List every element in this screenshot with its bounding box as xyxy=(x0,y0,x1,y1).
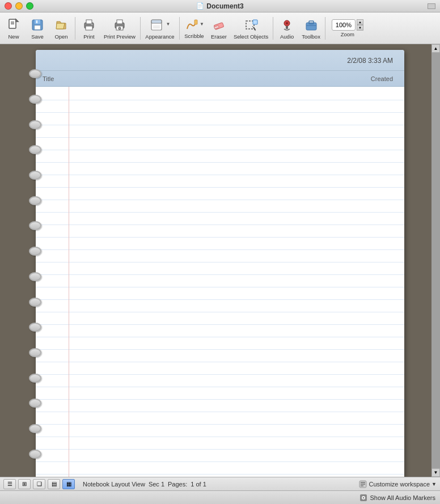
line-row[interactable] xyxy=(36,262,404,275)
bottom-bar: Show All Audio Markers xyxy=(0,490,440,504)
line-row[interactable] xyxy=(36,325,404,337)
line-row[interactable] xyxy=(36,125,404,138)
view-button-4[interactable]: ▤ xyxy=(48,479,60,489)
print-preview-button[interactable]: Print Preview xyxy=(101,14,138,43)
svg-rect-10 xyxy=(86,26,92,30)
view-button-2[interactable]: ⊞ xyxy=(18,479,31,489)
svg-marker-3 xyxy=(16,19,18,22)
view-button-1[interactable]: ☰ xyxy=(3,479,16,489)
line-row[interactable] xyxy=(36,300,404,312)
minimize-button[interactable] xyxy=(15,2,23,10)
eraser-icon xyxy=(211,17,227,33)
ring xyxy=(29,95,41,104)
appearance-label: Appearance xyxy=(145,33,174,40)
line-row[interactable] xyxy=(36,113,404,125)
scroll-up-button[interactable]: ▲ xyxy=(431,44,440,53)
toolbox-icon xyxy=(303,17,319,33)
scroll-thumb[interactable] xyxy=(431,53,440,468)
new-button[interactable]: New xyxy=(2,14,25,43)
maximize-button[interactable] xyxy=(26,2,33,10)
line-row[interactable] xyxy=(36,200,404,213)
customize-button[interactable]: Customize workspace ▼ xyxy=(359,480,437,488)
notebook-header: 2/2/08 3:33 AM Title Created xyxy=(36,50,404,87)
separator-5 xyxy=(325,17,325,40)
select-objects-button[interactable]: Select Objects xyxy=(231,14,270,43)
ring xyxy=(29,69,41,78)
ring xyxy=(29,348,41,357)
line-row[interactable] xyxy=(36,425,404,437)
svg-rect-35 xyxy=(361,484,365,485)
document-icon: 📄 xyxy=(196,2,204,10)
show-audio-markers-label[interactable]: Show All Audio Markers xyxy=(370,494,435,501)
toolbox-label: Toolbox xyxy=(302,33,320,40)
ring xyxy=(29,450,41,459)
zoom-up-button[interactable]: ▲ xyxy=(357,19,363,25)
view-button-3[interactable]: ❑ xyxy=(33,479,45,489)
toolbox-button[interactable]: Toolbox xyxy=(299,14,323,43)
scribble-button[interactable]: ▼ Scribble xyxy=(182,14,206,43)
line-row[interactable] xyxy=(36,387,404,400)
line-row[interactable] xyxy=(36,412,404,425)
main-area: 2/2/08 3:33 AM Title Created xyxy=(0,44,440,477)
section-label: Sec 1 xyxy=(149,481,164,488)
save-button[interactable]: Save xyxy=(26,14,49,43)
line-row[interactable] xyxy=(36,138,404,150)
save-label: Save xyxy=(31,33,44,40)
svg-rect-9 xyxy=(86,20,92,24)
close-button[interactable] xyxy=(5,2,12,10)
svg-rect-34 xyxy=(361,482,365,483)
resize-button[interactable] xyxy=(428,3,435,9)
line-row[interactable] xyxy=(36,150,404,163)
line-row[interactable] xyxy=(36,275,404,287)
col-created: Created xyxy=(371,75,404,82)
line-row[interactable] xyxy=(36,462,404,475)
ring xyxy=(29,196,41,205)
view-button-5[interactable]: ▦ xyxy=(62,479,75,489)
svg-rect-29 xyxy=(286,26,288,29)
zoom-down-button[interactable]: ▼ xyxy=(357,25,363,31)
ring xyxy=(29,145,41,154)
print-preview-icon xyxy=(112,17,128,33)
line-row[interactable] xyxy=(36,337,404,350)
line-row[interactable] xyxy=(36,175,404,188)
audio-button[interactable]: Audio xyxy=(276,14,298,43)
line-row[interactable] xyxy=(36,88,404,100)
open-button[interactable]: Open xyxy=(50,14,73,43)
line-row[interactable] xyxy=(36,188,404,200)
line-row[interactable] xyxy=(36,362,404,375)
zoom-input[interactable] xyxy=(332,19,356,31)
line-row[interactable] xyxy=(36,250,404,262)
line-row[interactable] xyxy=(36,100,404,113)
line-row[interactable] xyxy=(36,213,404,225)
audio-marker-icon xyxy=(359,494,367,502)
line-row[interactable] xyxy=(36,350,404,362)
new-icon xyxy=(6,17,22,33)
line-row[interactable] xyxy=(36,225,404,238)
line-row[interactable] xyxy=(36,375,404,387)
line-row[interactable] xyxy=(36,450,404,462)
scrollbar[interactable]: ▲ ▼ xyxy=(431,44,440,477)
svg-rect-13 xyxy=(117,20,122,24)
print-button[interactable]: Print xyxy=(78,14,100,43)
zoom-control-container: ▲ ▼ Zoom xyxy=(328,14,367,43)
select-objects-label: Select Objects xyxy=(234,33,268,40)
line-row[interactable] xyxy=(36,163,404,175)
line-row[interactable] xyxy=(36,400,404,412)
appearance-arrow: ▼ xyxy=(166,22,171,27)
scroll-down-button[interactable]: ▼ xyxy=(431,468,440,477)
ring xyxy=(29,374,41,383)
line-row[interactable] xyxy=(36,437,404,450)
line-row[interactable] xyxy=(36,312,404,325)
svg-rect-18 xyxy=(151,20,162,23)
lined-area[interactable] xyxy=(36,87,404,477)
scribble-icon-row: ▼ xyxy=(184,18,204,32)
line-row[interactable] xyxy=(36,287,404,300)
eraser-button[interactable]: Eraser xyxy=(208,14,230,43)
svg-point-28 xyxy=(286,22,288,24)
ring xyxy=(29,120,41,129)
audio-markers-area: Show All Audio Markers xyxy=(359,494,435,502)
appearance-button[interactable]: ▼ Appearance xyxy=(143,14,177,43)
ring xyxy=(29,424,41,433)
line-row[interactable] xyxy=(36,238,404,250)
appearance-icon xyxy=(150,17,166,33)
